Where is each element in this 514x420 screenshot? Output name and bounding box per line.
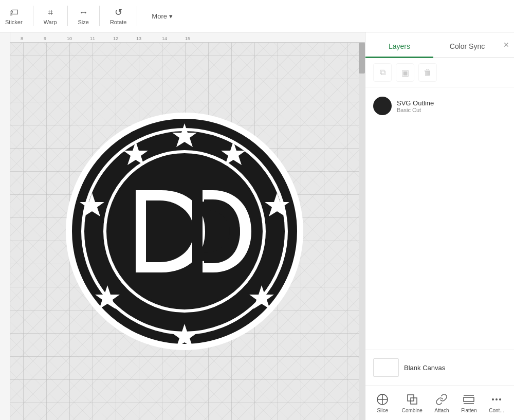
cont-label: Cont... [489,408,504,413]
blank-canvas-section: Blank Canvas [365,350,514,385]
ruler-num-12: 12 [113,36,118,41]
toolbar-warp[interactable]: ⌗ Warp [44,7,57,25]
rotate-label: Rotate [110,19,126,25]
layer-name: SVG Outline [397,99,434,107]
bottom-tools: Slice Combine Attach [371,390,509,416]
flatten-label: Flatten [461,408,477,413]
more-button[interactable]: More ▾ [148,10,177,22]
layer-actions: ⧉ ▣ 🗑 [365,58,514,87]
dc-logo-svg[interactable] [61,108,308,355]
combine-label: Combine [402,408,423,413]
panel-tabs: Layers Color Sync ✕ [365,32,514,58]
duplicate-icon: ⧉ [380,68,386,77]
divider-1 [33,6,33,26]
design-canvas [10,43,359,420]
divider-2 [67,6,68,26]
sticker-icon: 🏷 [9,7,19,18]
divider-3 [99,6,100,26]
delete-layer-button[interactable]: 🗑 [418,63,437,82]
main-layout: 8 9 10 11 12 13 14 15 [0,32,514,420]
ruler-num-8: 8 [21,36,23,41]
flatten-button[interactable]: Flatten [458,390,480,416]
blank-canvas-item[interactable]: Blank Canvas [371,354,509,381]
ruler-top: 8 9 10 11 12 13 14 15 [0,32,365,43]
cont-icon [489,392,504,407]
panel-bottom: Slice Combine Attach [365,385,514,420]
attach-button[interactable]: Attach [432,390,451,416]
rotate-icon: ↺ [115,7,122,18]
layer-info: SVG Outline Basic Cut [397,99,434,113]
delete-icon: 🗑 [424,68,432,77]
svg-rect-19 [464,397,474,401]
cont-button[interactable]: Cont... [486,390,506,416]
blank-canvas-label: Blank Canvas [404,364,445,372]
tab-color-sync[interactable]: Color Sync [433,36,501,58]
attach-icon [434,392,449,407]
ruler-num-14: 14 [162,36,167,41]
ruler-num-13: 13 [136,36,141,41]
layer-type: Basic Cut [397,107,434,113]
layer-thumbnail [373,97,392,115]
svg-rect-13 [192,190,203,272]
combine-icon [405,392,419,407]
slice-label: Slice [377,408,388,413]
scrollbar-right[interactable] [359,43,365,420]
duplicate-layer-button[interactable]: ⧉ [373,63,392,82]
toolbar-sticker[interactable]: 🏷 Sticker [5,7,23,25]
layer-item-svg-outline[interactable]: SVG Outline Basic Cut [371,93,509,119]
attach-label: Attach [434,408,449,413]
panel-close-button[interactable]: ✕ [501,40,511,50]
sticker-label: Sticker [5,19,23,25]
tab-layers[interactable]: Layers [365,36,433,58]
group-layer-button[interactable]: ▣ [396,63,414,82]
ruler-left [0,32,10,420]
divider-4 [137,6,137,26]
warp-label: Warp [44,19,57,25]
combine-button[interactable]: Combine [399,390,425,416]
svg-point-23 [495,398,498,400]
size-icon: ↔ [79,7,88,18]
svg-point-22 [492,398,494,400]
more-chevron-icon: ▾ [169,12,173,20]
ruler-num-10: 10 [67,36,72,41]
slice-button[interactable]: Slice [373,390,392,416]
toolbar-size[interactable]: ↔ Size [78,7,89,25]
toolbar: 🏷 Sticker ⌗ Warp ↔ Size ↺ Rotate More ▾ [0,0,514,32]
canvas-area[interactable]: 8 9 10 11 12 13 14 15 [0,32,365,420]
toolbar-rotate[interactable]: ↺ Rotate [110,7,126,25]
flatten-icon [462,392,476,407]
layer-list: SVG Outline Basic Cut [365,87,514,350]
right-panel: Layers Color Sync ✕ ⧉ ▣ 🗑 SVG O [365,32,514,420]
ruler-num-15: 15 [185,36,190,41]
more-label: More [152,12,167,20]
warp-icon: ⌗ [48,7,53,18]
size-label: Size [78,19,89,25]
slice-icon [375,392,390,407]
svg-point-24 [499,398,501,400]
blank-canvas-thumbnail [373,358,399,377]
ruler-num-11: 11 [90,36,95,41]
ruler-num-9: 9 [44,36,46,41]
scrollbar-thumb[interactable] [359,43,365,74]
group-icon: ▣ [401,68,409,78]
